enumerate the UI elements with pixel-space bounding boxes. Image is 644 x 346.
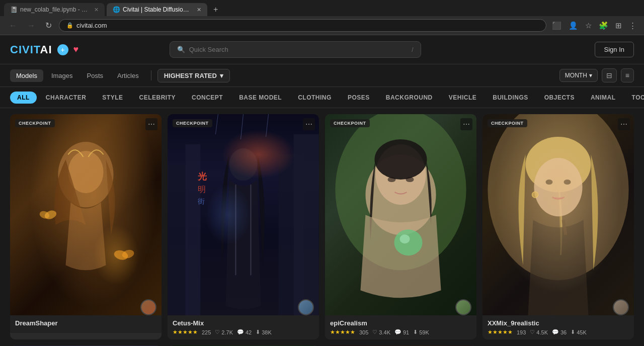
card-title-cetus-mix: Cetus-Mix (173, 319, 314, 327)
svg-point-19 (365, 154, 436, 235)
tab-colab[interactable]: 📓 new_colab_file.ipynb - Colabora... ✕ (4, 3, 105, 16)
model-card-xxmix[interactable]: CHECKPOINT ⋯ XXMix_9realistic ★★★★★ 193 … (482, 114, 634, 339)
favorites-icon[interactable]: ♥ (73, 44, 79, 55)
card-menu-xxmix[interactable]: ⋯ (618, 118, 630, 130)
nav-item-images[interactable]: Images (45, 69, 79, 82)
period-dropdown[interactable]: MONTH ▾ (559, 69, 598, 82)
nav-item-posts[interactable]: Posts (81, 69, 110, 82)
card-likes-epicrealism: ♡ 3.4K (372, 329, 390, 335)
card-stats-cetus-mix: ★★★★★ 225 ♡ 2.7K 💬 42 ⬇ 38K (173, 329, 314, 335)
svg-rect-10 (294, 134, 319, 315)
category-bar: ALL CHARACTER STYLE CELEBRITY CONCEPT BA… (0, 87, 644, 108)
url-text: civitai.com (76, 22, 107, 29)
category-character[interactable]: CHARACTER (39, 92, 94, 104)
sub-header: Models Images Posts Articles HIGHEST RAT… (0, 64, 644, 87)
svg-point-28 (534, 158, 582, 216)
svg-text:街: 街 (198, 197, 205, 205)
period-chevron-icon: ▾ (589, 72, 592, 79)
layout-toggle-button[interactable]: ≡ (621, 68, 634, 82)
model-card-epicrealism[interactable]: CHECKPOINT ⋯ epiCrealism ★★★★★ 305 ♡ 3.4… (325, 114, 476, 339)
svg-point-18 (335, 114, 466, 270)
card-image-dreamshaper (10, 114, 162, 315)
signin-button[interactable]: Sign In (595, 42, 634, 57)
logo-area: CIVITAI + ♥ (10, 43, 78, 56)
card-menu-epicrealism[interactable]: ⋯ (460, 118, 472, 130)
category-all[interactable]: ALL (10, 92, 37, 104)
add-content-button[interactable]: + (57, 44, 68, 55)
category-buildings[interactable]: BUILDINGS (486, 92, 535, 104)
forward-button[interactable]: → (24, 20, 38, 31)
model-card-cetus-mix[interactable]: 光 明 街 (168, 114, 319, 339)
search-input[interactable] (189, 46, 408, 53)
sub-nav: Models Images Posts Articles (10, 69, 145, 82)
svg-point-21 (374, 139, 427, 180)
url-bar[interactable]: 🔒 civitai.com (59, 19, 546, 32)
filter-button[interactable]: ⊟ (602, 68, 617, 82)
search-icon: 🔍 (177, 46, 185, 53)
lock-icon: 🔒 (66, 22, 73, 29)
extensions-button[interactable]: ⬛ (550, 20, 563, 32)
site-logo[interactable]: CIVITAI (10, 43, 52, 56)
refresh-button[interactable]: ↻ (42, 20, 55, 31)
card-badge-xxmix: CHECKPOINT (488, 119, 527, 127)
tab-favicon-civitai: 🌐 (113, 6, 120, 13)
card-title-epicrealism: epiCrealism (330, 319, 471, 327)
card-rating-xxmix: 193 (517, 329, 526, 335)
sub-right-controls: MONTH ▾ ⊟ ≡ (559, 68, 634, 82)
back-button[interactable]: ← (6, 20, 20, 31)
menu-button[interactable]: ⋮ (627, 20, 638, 32)
category-tool[interactable]: TOOL (625, 92, 644, 104)
nav-item-articles[interactable]: Articles (111, 69, 145, 82)
site-header: CIVITAI + ♥ 🔍 / Sign In (0, 35, 644, 64)
card-title-dreamshaper: DreamShaper (15, 319, 156, 327)
card-menu-cetus-mix[interactable]: ⋯ (303, 118, 315, 130)
search-bar[interactable]: 🔍 / (170, 41, 421, 58)
sort-dropdown[interactable]: HIGHEST RATED ▾ (157, 69, 230, 82)
card-badge-dreamshaper: CHECKPOINT (15, 119, 55, 127)
card-rating-cetus-mix: 225 (202, 329, 211, 335)
svg-point-0 (58, 142, 113, 207)
category-celebrity[interactable]: CELEBRITY (132, 92, 183, 104)
nav-divider (151, 70, 151, 80)
logo-text-ai: AI (40, 43, 52, 56)
puzzle-button[interactable]: 🧩 (597, 20, 610, 32)
comment-icon: 💬 (552, 329, 559, 335)
profile-button[interactable]: 👤 (567, 20, 580, 32)
heart-icon: ♡ (372, 329, 377, 335)
svg-rect-6 (168, 114, 318, 315)
svg-point-2 (43, 209, 57, 221)
tab-label-civitai: Civitai | Stable Diffusion models... (123, 6, 192, 13)
category-vehicle[interactable]: VEHICLE (442, 92, 484, 104)
grid-button[interactable]: ⊞ (614, 20, 623, 32)
card-downloads-epicrealism: ⬇ 59K (413, 329, 429, 335)
category-base-model[interactable]: BASE MODEL (232, 92, 289, 104)
nav-item-models[interactable]: Models (10, 69, 43, 82)
card-comments-cetus-mix: 💬 42 (237, 329, 252, 335)
category-concept[interactable]: CONCEPT (185, 92, 230, 104)
new-tab-button[interactable]: + (209, 3, 222, 16)
category-style[interactable]: STYLE (95, 92, 130, 104)
card-rating-epicrealism: 305 (359, 329, 368, 335)
card-title-xxmix: XXMix_9realistic (488, 319, 629, 327)
period-label: MONTH (565, 72, 587, 79)
svg-line-15 (240, 114, 243, 139)
svg-text:光: 光 (197, 171, 207, 182)
category-background[interactable]: BACKGROUND (379, 92, 440, 104)
sort-label: HIGHEST RATED (164, 72, 217, 79)
bookmark-button[interactable]: ☆ (584, 20, 593, 32)
card-stats-epicrealism: ★★★★★ 305 ♡ 3.4K 💬 91 ⬇ 59K (330, 329, 471, 335)
category-objects[interactable]: OBJECTS (537, 92, 582, 104)
svg-point-29 (545, 180, 552, 185)
svg-point-26 (488, 114, 628, 280)
tab-close-civitai[interactable]: ✕ (197, 7, 201, 13)
model-card-dreamshaper[interactable]: CHECKPOINT ⋯ DreamShaper (10, 114, 162, 339)
category-poses[interactable]: POSES (341, 92, 377, 104)
card-menu-dreamshaper[interactable]: ⋯ (145, 118, 157, 130)
card-image-epicrealism (325, 114, 476, 315)
tab-civitai[interactable]: 🌐 Civitai | Stable Diffusion models... ✕ (107, 3, 207, 16)
search-shortcut: / (412, 46, 413, 53)
card-info-cetus-mix: Cetus-Mix ★★★★★ 225 ♡ 2.7K 💬 42 ⬇ 38K (168, 315, 319, 339)
tab-close-colab[interactable]: ✕ (94, 7, 99, 13)
category-clothing[interactable]: CLOTHING (291, 92, 339, 104)
category-animal[interactable]: ANIMAL (584, 92, 623, 104)
